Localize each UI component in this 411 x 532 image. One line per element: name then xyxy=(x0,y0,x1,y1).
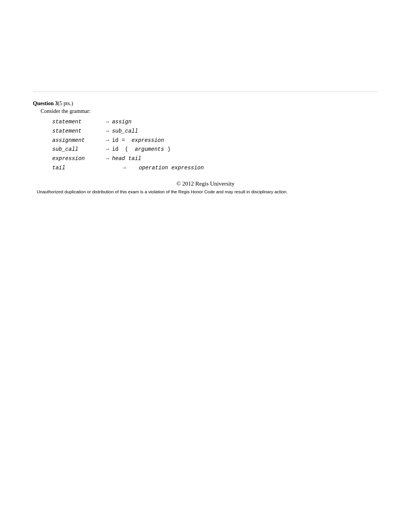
rule6-arrow: → xyxy=(123,164,126,173)
rule6-rhs: operation expression xyxy=(129,164,204,173)
rule5-lhs: expression xyxy=(52,154,103,164)
grammar-rule-1: statement → assign xyxy=(52,118,378,127)
footer-disclaimer: Unauthorized duplication or distribution… xyxy=(33,189,378,195)
question-label: Question 3 xyxy=(33,101,58,106)
content-area: Question 3(5 pts.) Consider the grammar:… xyxy=(0,0,411,195)
consider-text: Consider the grammar: xyxy=(41,108,378,114)
rule6-lhs: tail xyxy=(52,164,103,173)
rule4-lhs: sub_call xyxy=(52,145,103,154)
rule1-lhs: statement xyxy=(52,118,103,127)
grammar-block: statement → assign statement → sub_call … xyxy=(52,118,378,173)
grammar-rule-6: tail → operation expression xyxy=(52,164,378,173)
rule5-rhs: head tail xyxy=(112,154,141,164)
rule1-arrow: → xyxy=(106,118,109,127)
footer-section: © 2012 Regis University Unauthorized dup… xyxy=(33,181,378,195)
rule5-arrow: → xyxy=(106,154,109,164)
grammar-rule-5: expression → head tail xyxy=(52,154,378,164)
rule2-lhs: statement xyxy=(52,127,103,136)
grammar-rule-4: sub_call → id ( arguments ) xyxy=(52,145,378,154)
question-header: Question 3(5 pts.) xyxy=(33,101,378,107)
rule3-rhs: id = expression xyxy=(112,136,164,145)
footer-copyright: © 2012 Regis University xyxy=(33,181,378,187)
rule4-rhs: id ( arguments ) xyxy=(112,145,170,154)
rule4-arrow: → xyxy=(106,145,109,154)
rule1-rhs: assign xyxy=(112,118,131,127)
rule3-arrow: → xyxy=(106,136,109,145)
rule3-lhs: assignment xyxy=(52,136,103,145)
divider-line xyxy=(33,92,378,92)
rule2-arrow: → xyxy=(106,127,109,136)
page-container: Question 3(5 pts.) Consider the grammar:… xyxy=(0,0,411,532)
rule2-rhs: sub_call xyxy=(112,127,138,136)
grammar-rule-3: assignment → id = expression xyxy=(52,136,378,145)
question-pts: (5 pts.) xyxy=(58,101,73,106)
grammar-rule-2: statement → sub_call xyxy=(52,127,378,136)
